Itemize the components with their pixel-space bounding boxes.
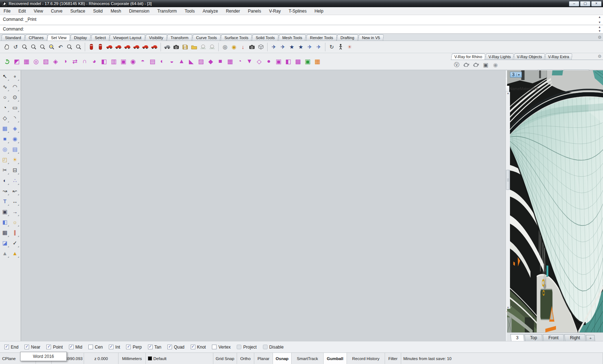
- tab-new-in-v5[interactable]: New in V5: [358, 34, 384, 41]
- ts-arc-icon[interactable]: ◔: [235, 56, 245, 67]
- autosave-status[interactable]: Minutes from last save: 10: [401, 353, 603, 364]
- scroll-down-icon[interactable]: ▼: [598, 21, 601, 24]
- ts-bevel-icon[interactable]: ◐: [157, 56, 167, 67]
- plan-view-bottom-icon[interactable]: ✈: [278, 42, 287, 52]
- menu-v-ray[interactable]: V-Ray: [269, 9, 281, 14]
- ts-bridge-icon[interactable]: ▣: [119, 56, 128, 67]
- ts-collapse-icon[interactable]: ▼: [245, 56, 254, 67]
- viewport-display-2-icon[interactable]: [96, 42, 105, 52]
- ortho-toggle[interactable]: Ortho: [237, 353, 254, 364]
- tab-drafting[interactable]: Drafting: [337, 34, 358, 41]
- text-object-icon[interactable]: T: [0, 196, 10, 206]
- ts-weld-icon[interactable]: ◕: [89, 56, 99, 67]
- tab-display[interactable]: Display: [70, 34, 91, 41]
- surface-patch-icon[interactable]: ▤: [10, 144, 20, 154]
- rectangle-icon[interactable]: ▭: [10, 102, 20, 113]
- checkbox-icon[interactable]: [88, 345, 93, 349]
- restore-button-icon[interactable]: ▢: [580, 1, 590, 6]
- set-view-front-icon[interactable]: [114, 42, 123, 52]
- tab-v-ray-extra[interactable]: V-Ray Extra: [545, 53, 572, 60]
- ts-offset-icon[interactable]: ◓: [138, 56, 148, 67]
- photo-camera-icon[interactable]: [172, 42, 181, 52]
- checkbox-icon[interactable]: [212, 345, 217, 349]
- select-icon[interactable]: ↖: [0, 71, 10, 81]
- menu-help[interactable]: Help: [315, 9, 324, 14]
- save-named-view-icon[interactable]: [181, 42, 190, 52]
- pyramid-icon[interactable]: ▲: [10, 248, 20, 258]
- ts-swap-icon[interactable]: ⇄: [70, 56, 80, 67]
- trim-icon[interactable]: ✂: [0, 165, 10, 175]
- shade-view-icon[interactable]: [199, 42, 208, 52]
- scroll-up-icon[interactable]: ▲: [507, 92, 509, 94]
- vray-framebuffer-icon[interactable]: ▣: [481, 60, 490, 70]
- osnap-knot[interactable]: Knot: [191, 345, 206, 350]
- boolean-union-icon[interactable]: ◐: [0, 175, 10, 186]
- plan-view-top-icon[interactable]: ✈: [269, 42, 278, 52]
- arc-icon[interactable]: ◔: [0, 102, 10, 113]
- menu-t-splines[interactable]: T-Splines: [289, 9, 307, 14]
- checkbox-checked-icon[interactable]: [69, 345, 74, 349]
- smarttrack-toggle[interactable]: SmartTrack: [292, 353, 324, 364]
- ts-box-icon[interactable]: ▦: [22, 56, 31, 67]
- vray-render-icon[interactable]: [462, 60, 471, 70]
- osnap-point[interactable]: Point: [46, 345, 62, 350]
- explode-icon[interactable]: ◰: [0, 154, 10, 165]
- layer-vscrollbar[interactable]: ▲ ▼: [506, 92, 510, 309]
- sphere-icon[interactable]: ◉: [10, 134, 20, 144]
- tsplines-launch-icon[interactable]: [2, 56, 12, 67]
- circle-icon[interactable]: ○: [0, 92, 10, 102]
- osnap-int[interactable]: Int: [109, 345, 120, 350]
- z-coordinate[interactable]: z 0.000: [84, 353, 119, 364]
- ts-grid-icon[interactable]: ▦: [225, 56, 235, 67]
- rotate-view-icon[interactable]: ↺: [11, 42, 20, 52]
- osnap-disable[interactable]: Disable: [263, 345, 284, 350]
- walkabout-icon[interactable]: [336, 42, 345, 52]
- record-history-toggle[interactable]: Record History: [347, 353, 385, 364]
- units-button[interactable]: Millimeters: [119, 353, 146, 364]
- column-linetype[interactable]: Lin: [534, 87, 539, 91]
- scroll-up-icon[interactable]: ▲: [598, 16, 601, 19]
- zoom-window-icon[interactable]: [38, 42, 47, 52]
- ts-enable-check-icon[interactable]: ▣: [303, 56, 312, 67]
- gumball-toggle[interactable]: Gumball: [324, 353, 347, 364]
- command-spinner[interactable]: ▲ ▼: [597, 26, 602, 33]
- checkbox-checked-icon[interactable]: [148, 345, 153, 349]
- spotlight-view-icon[interactable]: ☀: [345, 42, 354, 52]
- tab-select[interactable]: Select: [91, 34, 110, 41]
- close-button-icon[interactable]: ×: [591, 1, 602, 6]
- ts-pipe-icon[interactable]: ∩: [80, 56, 89, 67]
- fly-through-2-icon[interactable]: ✈: [314, 42, 323, 52]
- ts-extrude-icon[interactable]: ▥: [109, 56, 119, 67]
- menu-view[interactable]: View: [34, 9, 43, 14]
- filter-toggle[interactable]: Filter: [385, 353, 401, 364]
- checkbox-icon[interactable]: [237, 345, 241, 349]
- tab-render-tools[interactable]: Render Tools: [306, 34, 337, 41]
- pipe-icon[interactable]: ∥: [10, 227, 20, 238]
- osnap-tan[interactable]: Tan: [148, 345, 161, 350]
- active-layer-button[interactable]: Default: [146, 353, 213, 364]
- tab-transform[interactable]: Transform: [167, 34, 193, 41]
- vray-distributed-render-icon[interactable]: ◉: [491, 60, 500, 70]
- tab-standard[interactable]: Standard: [1, 34, 25, 41]
- place-camera-target-icon[interactable]: ↓: [238, 42, 247, 52]
- box-icon[interactable]: ■: [0, 134, 10, 144]
- osnap-toggle[interactable]: Osnap: [273, 353, 292, 364]
- zoom-target-icon[interactable]: [65, 42, 74, 52]
- polygon-icon[interactable]: ◇: [0, 113, 10, 123]
- zoom-selected-icon[interactable]: [47, 42, 56, 52]
- shade-view-2-icon[interactable]: [208, 42, 217, 52]
- polyline-icon[interactable]: ∿: [0, 81, 10, 92]
- viewport-display-icon[interactable]: [87, 42, 96, 52]
- tab-set-view[interactable]: Set View: [47, 34, 70, 41]
- single-point-icon[interactable]: ∘: [10, 71, 20, 81]
- show-camera-icon[interactable]: [247, 42, 256, 52]
- ts-uncrease-icon[interactable]: ◣: [186, 56, 196, 67]
- array-icon[interactable]: ▦: [0, 227, 10, 238]
- check-objects-icon[interactable]: ✓: [10, 238, 20, 248]
- curve-edit-icon[interactable]: ↝: [0, 186, 10, 196]
- torus-icon[interactable]: ◎: [0, 144, 10, 154]
- spin-down-icon[interactable]: ▼: [598, 30, 601, 33]
- osnap-project[interactable]: Project: [237, 345, 256, 350]
- menu-render[interactable]: Render: [226, 9, 240, 14]
- gear-icon[interactable]: ⚙: [598, 35, 602, 41]
